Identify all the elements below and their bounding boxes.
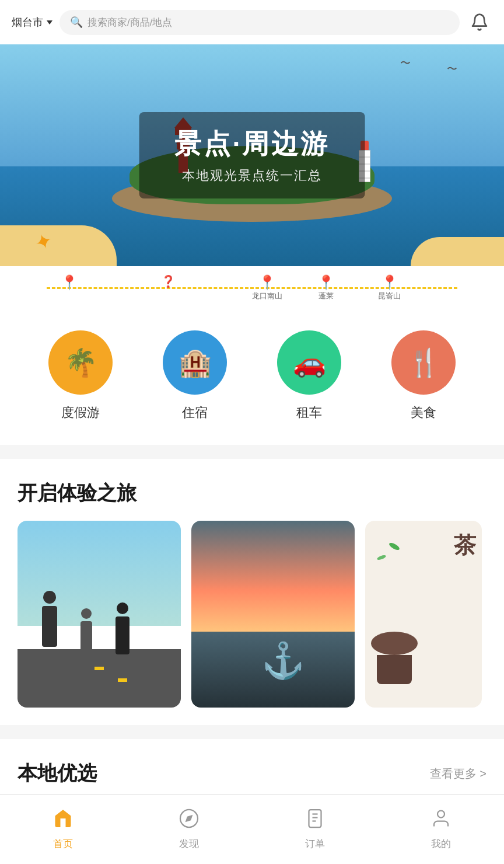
- map-dot-2[interactable]: ❓: [161, 276, 176, 287]
- profile-icon: [430, 808, 452, 834]
- banner-title: 景点·周边游: [174, 126, 330, 162]
- search-placeholder: 搜索商家/商品/地点: [88, 16, 172, 29]
- car-icon-bg: 🚗: [277, 330, 341, 395]
- hotel-icon-bg: 🏨: [163, 330, 227, 395]
- orders-label: 订单: [305, 837, 325, 851]
- food-icon-bg: 🍴: [391, 330, 456, 395]
- header: 烟台市 🔍 搜索商家/商品/地点: [0, 0, 504, 44]
- city-selector[interactable]: 烟台市: [12, 15, 52, 29]
- pin-icon-3: 📍: [258, 276, 276, 290]
- map-dot-5[interactable]: 📍 昆嵛山: [378, 276, 401, 301]
- hotel-icon: 🏨: [178, 347, 212, 378]
- tea-card-text: 茶: [454, 532, 476, 559]
- profile-label: 我的: [431, 837, 451, 851]
- vacation-icon: 🌴: [64, 347, 97, 378]
- experience-title: 开启体验之旅: [0, 459, 504, 521]
- map-dot-4[interactable]: 📍 蓬莱: [317, 276, 335, 301]
- pin-icon-4: 📍: [317, 276, 335, 290]
- local-section: 本地优选 查看更多 >: [0, 739, 504, 796]
- bird-decoration-2: 〜: [400, 56, 411, 70]
- category-vacation[interactable]: 🌴 度假游: [48, 330, 113, 421]
- vacation-label: 度假游: [61, 404, 100, 421]
- categories-section: 🌴 度假游 🏨 住宿 🚗 租车 🍴 美食: [0, 313, 504, 445]
- experience-cards: ⚓ 茶: [0, 521, 504, 708]
- search-bar[interactable]: 🔍 搜索商家/商品/地点: [60, 10, 460, 35]
- nav-orders[interactable]: 订单: [252, 808, 378, 851]
- map-dot-1[interactable]: 📍: [61, 276, 78, 290]
- banner: ✦ 〜 〜 景点·周边游 本地观光景点统一汇总: [0, 44, 504, 266]
- experience-card-2[interactable]: ⚓: [191, 521, 355, 708]
- map-dot-3[interactable]: 📍 龙口南山: [252, 276, 282, 301]
- banner-subtitle: 本地观光景点统一汇总: [174, 167, 330, 184]
- search-icon: 🔍: [70, 16, 83, 29]
- bell-icon: [470, 13, 489, 32]
- food-icon: 🍴: [407, 347, 440, 378]
- hotel-label: 住宿: [182, 404, 208, 421]
- category-food[interactable]: 🍴 美食: [391, 330, 456, 421]
- svg-marker-1: [186, 815, 193, 823]
- car-label: 租车: [296, 404, 322, 421]
- pin-icon-1: 📍: [61, 276, 78, 290]
- svg-point-6: [438, 811, 444, 818]
- nav-home[interactable]: 首页: [0, 808, 126, 851]
- pin-icon-5: 📍: [381, 276, 398, 290]
- city-dropdown-arrow: [47, 20, 52, 25]
- discover-label: 发现: [179, 837, 199, 851]
- nav-discover[interactable]: 发现: [126, 808, 252, 851]
- category-car[interactable]: 🚗 租车: [277, 330, 341, 421]
- vacation-icon-bg: 🌴: [48, 330, 113, 395]
- nav-profile[interactable]: 我的: [378, 808, 504, 851]
- map-dots-section: 📍 ❓ 📍 龙口南山 📍 蓬莱 📍 昆嵛山: [0, 266, 504, 313]
- bottom-nav: 首页 发现 订单 我的: [0, 794, 504, 864]
- category-hotel[interactable]: 🏨 住宿: [163, 330, 227, 421]
- car-icon: 🚗: [293, 347, 326, 378]
- experience-card-3[interactable]: 茶: [365, 521, 482, 708]
- experience-card-1[interactable]: [18, 521, 181, 708]
- dot-label-5: 昆嵛山: [378, 291, 401, 301]
- home-label: 首页: [53, 837, 73, 851]
- home-icon: [52, 808, 74, 834]
- food-label: 美食: [411, 404, 436, 421]
- pin-icon-2: ❓: [161, 276, 176, 287]
- discover-icon: [178, 808, 200, 834]
- dot-label-3: 龙口南山: [252, 291, 282, 301]
- more-link[interactable]: 查看更多 >: [430, 766, 487, 782]
- svg-rect-2: [309, 810, 321, 827]
- orders-icon: [304, 808, 326, 834]
- banner-overlay: 景点·周边游 本地观光景点统一汇总: [139, 112, 365, 198]
- bell-button[interactable]: [467, 9, 492, 35]
- city-label: 烟台市: [12, 15, 43, 29]
- local-title: 本地优选: [18, 760, 97, 787]
- anchor-icon: ⚓: [261, 643, 285, 684]
- dot-label-4: 蓬莱: [318, 291, 334, 301]
- bird-decoration-1: 〜: [447, 62, 457, 76]
